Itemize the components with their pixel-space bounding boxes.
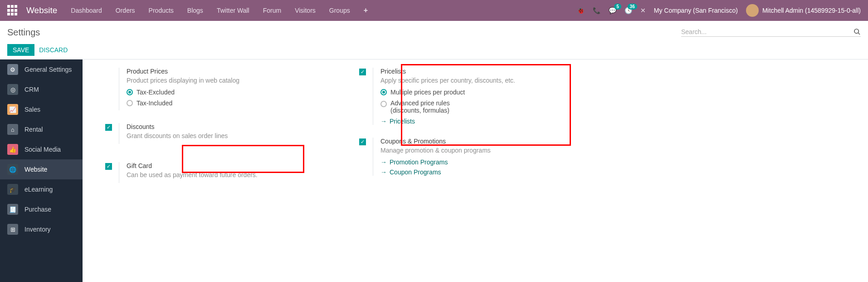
link-pricelists[interactable]: →Pricelists xyxy=(380,118,590,125)
setting-pricelists: ✓ Pricelists Apply specific prices per c… xyxy=(355,68,590,125)
setting-desc: Manage promotion & coupon programs xyxy=(380,147,590,154)
page-title: Settings xyxy=(7,27,40,38)
target-icon: ◎ xyxy=(7,84,18,95)
sidebar-item-label: Purchase xyxy=(24,206,51,213)
link-label: Pricelists xyxy=(390,118,415,125)
radio-label: Tax-Included xyxy=(137,99,172,107)
globe-icon: 🌐 xyxy=(7,164,18,175)
nav-visitors[interactable]: Visitors xyxy=(295,7,316,14)
nav-groups[interactable]: Groups xyxy=(329,7,350,14)
sidebar-item-inventory[interactable]: ⊞Inventory xyxy=(0,219,83,239)
setting-discounts: ✓ Discounts Grant discounts on sales ord… xyxy=(101,123,336,144)
brand-label[interactable]: Website xyxy=(26,5,57,15)
radio-icon xyxy=(380,101,387,107)
sidebar-item-label: Social Media xyxy=(24,146,61,153)
chart-icon: 📈 xyxy=(7,104,18,115)
settings-sidebar: ⚙General Settings ◎CRM 📈Sales ⌂Rental 👍S… xyxy=(0,59,83,282)
topnav-menu: Dashboard Orders Products Blogs Twitter … xyxy=(71,6,368,15)
link-promotion-programs[interactable]: →Promotion Programs xyxy=(380,158,590,166)
setting-desc: Apply specific prices per country, disco… xyxy=(380,77,590,84)
setting-gift-card: ✓ Gift Card Can be used as payment towar… xyxy=(101,162,336,183)
setting-title: Gift Card xyxy=(127,162,336,169)
sidebar-item-label: Sales xyxy=(24,106,40,113)
nav-dashboard[interactable]: Dashboard xyxy=(71,7,102,14)
topnav-right: 🐞 📞 💬5 🕓36 ✕ My Company (San Francisco) … xyxy=(577,4,861,17)
setting-title: Discounts xyxy=(127,123,336,130)
setting-desc: Grant discounts on sales order lines xyxy=(127,132,336,139)
sidebar-item-sales[interactable]: 📈Sales xyxy=(0,99,83,119)
link-label: Promotion Programs xyxy=(390,158,448,166)
arrow-right-icon: → xyxy=(380,158,387,166)
top-nav: Website Dashboard Orders Products Blogs … xyxy=(0,0,868,21)
checkbox-pricelists[interactable]: ✓ xyxy=(359,69,366,75)
conversations-icon[interactable]: 💬5 xyxy=(609,7,616,14)
radio-label: Tax-Excluded xyxy=(137,89,175,96)
sidebar-item-social-media[interactable]: 👍Social Media xyxy=(0,139,83,159)
radio-label: Advanced price rules (discounts, formula… xyxy=(390,99,472,114)
radio-tax-excluded[interactable]: Tax-Excluded xyxy=(127,89,336,96)
company-selector[interactable]: My Company (San Francisco) xyxy=(654,7,738,14)
arrow-right-icon: → xyxy=(380,168,387,176)
checkbox-discounts[interactable]: ✓ xyxy=(105,124,112,131)
arrow-right-icon: → xyxy=(380,118,387,125)
checkbox-gift-card[interactable]: ✓ xyxy=(105,163,112,170)
checkbox-coupons[interactable]: ✓ xyxy=(359,139,366,145)
setting-coupons-promotions: ✓ Coupons & Promotions Manage promotion … xyxy=(355,138,590,176)
radio-icon xyxy=(380,89,387,95)
activities-icon[interactable]: 🕓36 xyxy=(624,7,632,14)
radio-multiple-prices[interactable]: Multiple prices per product xyxy=(380,89,590,96)
radio-advanced-rules[interactable]: Advanced price rules (discounts, formula… xyxy=(380,99,590,114)
phone-icon[interactable]: 📞 xyxy=(593,7,600,14)
grid-icon: ⊞ xyxy=(7,224,18,235)
control-panel: Settings SAVE DISCARD xyxy=(0,21,868,59)
nav-products[interactable]: Products xyxy=(149,7,174,14)
radio-icon xyxy=(127,100,133,106)
search-input[interactable] xyxy=(681,28,849,35)
sidebar-item-label: CRM xyxy=(24,86,39,93)
radio-tax-included[interactable]: Tax-Included xyxy=(127,99,336,107)
setting-title: Pricelists xyxy=(380,68,590,75)
setting-product-prices: Product Prices Product prices displaying… xyxy=(101,68,336,110)
settings-col-left: Product Prices Product prices displaying… xyxy=(101,68,336,196)
apps-icon[interactable] xyxy=(7,5,18,16)
save-button[interactable]: SAVE xyxy=(7,44,34,56)
svg-point-0 xyxy=(854,29,858,33)
sidebar-item-elearning[interactable]: 🎓eLearning xyxy=(0,179,83,199)
setting-title: Coupons & Promotions xyxy=(380,138,590,145)
house-icon: ⌂ xyxy=(7,124,18,135)
sidebar-item-label: Website xyxy=(24,166,47,173)
user-menu[interactable]: Mitchell Admin (14589929-15-0-all) xyxy=(746,4,861,17)
sidebar-item-rental[interactable]: ⌂Rental xyxy=(0,119,83,139)
user-name-label: Mitchell Admin (14589929-15-0-all) xyxy=(762,7,861,14)
nav-orders[interactable]: Orders xyxy=(116,7,135,14)
sidebar-item-crm[interactable]: ◎CRM xyxy=(0,79,83,99)
conversations-badge: 5 xyxy=(614,4,621,10)
settings-content: Product Prices Product prices displaying… xyxy=(83,59,868,282)
sidebar-item-label: Rental xyxy=(24,126,43,133)
search-icon[interactable] xyxy=(853,28,861,35)
sidebar-item-purchase[interactable]: 🧾Purchase xyxy=(0,199,83,219)
link-coupon-programs[interactable]: →Coupon Programs xyxy=(380,168,590,176)
nav-add-icon[interactable]: + xyxy=(364,6,368,15)
debug-icon[interactable]: 🐞 xyxy=(577,7,585,14)
sidebar-item-general-settings[interactable]: ⚙General Settings xyxy=(0,59,83,79)
sidebar-item-label: General Settings xyxy=(24,66,72,73)
setting-desc: Product prices displaying in web catalog xyxy=(127,77,336,84)
setting-title: Product Prices xyxy=(127,68,336,75)
nav-forum[interactable]: Forum xyxy=(263,7,281,14)
nav-twitter-wall[interactable]: Twitter Wall xyxy=(217,7,249,14)
main: ⚙General Settings ◎CRM 📈Sales ⌂Rental 👍S… xyxy=(0,59,868,282)
search-wrap xyxy=(681,28,861,37)
gear-icon: ⚙ xyxy=(7,64,18,75)
discard-button[interactable]: DISCARD xyxy=(39,44,68,56)
nav-blogs[interactable]: Blogs xyxy=(187,7,203,14)
radio-icon xyxy=(127,89,133,95)
close-icon[interactable]: ✕ xyxy=(640,7,646,14)
receipt-icon: 🧾 xyxy=(7,204,18,215)
radio-label: Multiple prices per product xyxy=(390,89,465,96)
thumbs-up-icon: 👍 xyxy=(7,144,18,155)
link-label: Coupon Programs xyxy=(390,168,441,176)
sidebar-item-website[interactable]: 🌐Website xyxy=(0,159,83,179)
setting-desc: Can be used as payment toward future ord… xyxy=(127,171,336,178)
settings-col-right: ✓ Pricelists Apply specific prices per c… xyxy=(355,68,590,196)
